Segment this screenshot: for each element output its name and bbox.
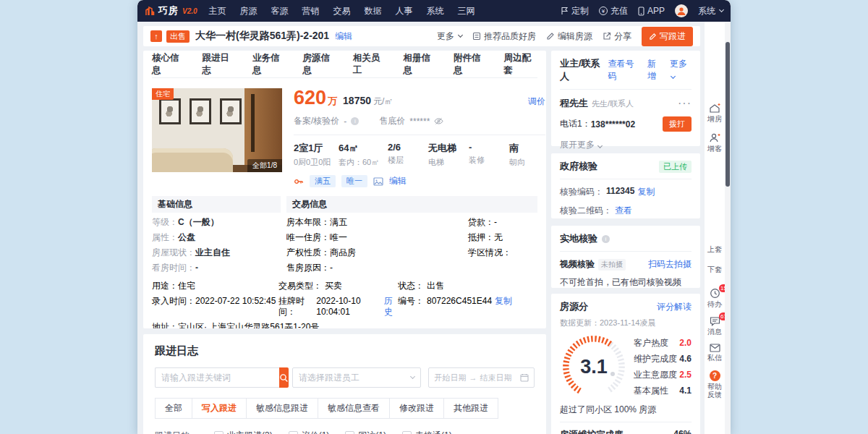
more-dropdown[interactable]: 更多 bbox=[437, 30, 462, 43]
rail-add-house[interactable]: 增房 bbox=[706, 103, 723, 123]
menu-marketing[interactable]: 营销 bbox=[302, 5, 320, 17]
rail-up-listing[interactable]: 上套 bbox=[706, 245, 723, 253]
futab-other[interactable]: 其他跟进 bbox=[443, 398, 498, 419]
gov-verify-card: 政府核验 已上传 核验编码： 112345 复制 核验二维码： 查看 bbox=[551, 153, 700, 218]
listing-code: 807226C451E44 bbox=[427, 296, 492, 318]
spec-elevator: 无电梯电梯 bbox=[428, 142, 469, 168]
expand-more-link[interactable]: 展开更多 bbox=[560, 139, 692, 151]
menu-data[interactable]: 数据 bbox=[365, 5, 382, 17]
edit-listing-button[interactable]: 编辑房源 bbox=[546, 30, 592, 43]
futab-all[interactable]: 全部 bbox=[155, 398, 192, 419]
menu-deals[interactable]: 交易 bbox=[333, 5, 351, 17]
purpose-label: 跟进目的： bbox=[155, 430, 198, 434]
user-avatar[interactable] bbox=[675, 4, 688, 17]
title-edit-link[interactable]: 编辑 bbox=[335, 30, 352, 43]
photo-art bbox=[152, 148, 233, 172]
rail-dm[interactable]: 私信 bbox=[706, 344, 723, 362]
scrollbar-thumb[interactable] bbox=[726, 42, 730, 187]
field-value: 商品房 bbox=[330, 247, 356, 258]
field-value: 满五 bbox=[330, 217, 347, 228]
write-followup-button[interactable]: 写跟进 bbox=[642, 27, 693, 46]
checkbox-owner-followup[interactable]: 业主跟进(3) bbox=[214, 430, 273, 434]
history-link[interactable]: 历史 bbox=[384, 296, 398, 318]
metric-value: 2.0 bbox=[679, 335, 692, 351]
menu-sanwang[interactable]: 三网 bbox=[458, 5, 475, 17]
call-button[interactable]: 拨打 bbox=[663, 116, 692, 132]
tab-surroundings[interactable]: 周边配套 bbox=[504, 52, 538, 77]
score-explain-link[interactable]: 评分解读 bbox=[657, 301, 692, 313]
system-dropdown[interactable]: 系统 bbox=[698, 5, 723, 17]
tab-business-info[interactable]: 业务信息 bbox=[252, 52, 286, 77]
staff-select[interactable]: 请选择跟进员工 bbox=[292, 367, 421, 388]
share-button[interactable]: 分享 bbox=[603, 30, 631, 43]
recharge-label: 充值 bbox=[610, 5, 628, 17]
futab-sensitive-view[interactable]: 敏感信息查看 bbox=[318, 398, 390, 419]
rail-down-listing[interactable]: 下套 bbox=[706, 265, 723, 273]
tab-album-info[interactable]: 相册信息 bbox=[404, 52, 438, 77]
system-label: 系统 bbox=[698, 5, 715, 17]
rail-add-client[interactable]: 增客 bbox=[706, 132, 723, 153]
eye-off-icon[interactable] bbox=[434, 117, 443, 125]
tab-listing-info[interactable]: 房源信息 bbox=[303, 52, 337, 77]
tab-related-staff[interactable]: 相关员工 bbox=[353, 52, 387, 77]
property-photo[interactable]: 住宅 全部1/8 bbox=[152, 88, 282, 172]
tab-core-info[interactable]: 核心信息 bbox=[152, 52, 186, 77]
menu-hr[interactable]: 人事 bbox=[396, 5, 413, 17]
top-arrow-badge[interactable]: ↑ bbox=[150, 30, 162, 42]
rail-messages[interactable]: 67 消息 bbox=[706, 316, 723, 336]
divider bbox=[560, 89, 692, 90]
menu-home[interactable]: 主页 bbox=[209, 5, 226, 17]
house-plus-icon bbox=[709, 103, 720, 114]
tab-followup-log[interactable]: 跟进日志 bbox=[203, 52, 237, 77]
field-value: 唯一 bbox=[330, 232, 347, 243]
add-contact-link[interactable]: 新增 bbox=[647, 58, 664, 82]
key-icon[interactable] bbox=[294, 176, 304, 187]
contact-ellipsis-button[interactable]: ··· bbox=[678, 97, 692, 110]
futab-sensitive-follow[interactable]: 敏感信息跟进 bbox=[246, 398, 318, 419]
field-label: 房屋现状： bbox=[152, 247, 195, 258]
futab-write[interactable]: 写入跟进 bbox=[192, 398, 247, 419]
menu-system[interactable]: 系统 bbox=[427, 5, 444, 17]
envelope-icon bbox=[710, 344, 720, 352]
customize-button[interactable]: 定制 bbox=[561, 5, 589, 17]
field-value: - bbox=[494, 217, 497, 228]
rail-help-feedback[interactable]: ? 帮助反馈 bbox=[706, 370, 723, 399]
side-column: 业主/联系人 查看号码 新增 更多 程先生 先生/联系人 ··· bbox=[551, 51, 700, 434]
field-value: 出售 bbox=[427, 281, 444, 292]
photo-type-badge: 住宅 bbox=[152, 88, 174, 100]
view-qr-link[interactable]: 查看 bbox=[615, 205, 632, 217]
image-icon[interactable] bbox=[373, 177, 383, 186]
address-value: 宝山区· 上海宝山华灵路561弄1-20号 bbox=[178, 322, 319, 328]
contact-more-link[interactable]: 更多 bbox=[670, 58, 692, 82]
scan-to-film-link[interactable]: 扫码去拍摄 bbox=[648, 258, 692, 271]
menu-listings[interactable]: 房源 bbox=[240, 5, 258, 17]
checkbox-revisit[interactable]: 回访(1) bbox=[345, 430, 386, 434]
futab-modify[interactable]: 修改跟进 bbox=[389, 398, 444, 419]
field-value: 买卖 bbox=[325, 281, 342, 292]
brand-logo[interactable]: 巧房 V2.0 bbox=[145, 4, 197, 17]
menu-clients[interactable]: 客源 bbox=[271, 5, 289, 17]
recommend-button[interactable]: 推荐品质好房 bbox=[472, 30, 536, 43]
checkbox-no-answer[interactable]: 未接通(1) bbox=[402, 430, 452, 434]
copy-verify-code-link[interactable]: 复制 bbox=[637, 186, 655, 198]
recharge-button[interactable]: ¥ 充值 bbox=[599, 5, 628, 17]
followup-search-input[interactable] bbox=[155, 367, 279, 388]
tab-attachment-info[interactable]: 附件信息 bbox=[454, 52, 488, 77]
field-label: 房本年限： bbox=[286, 217, 330, 228]
date-range-picker[interactable]: 开始日期 → 结束日期 bbox=[428, 367, 535, 388]
search-button[interactable] bbox=[279, 367, 289, 388]
divider bbox=[560, 422, 692, 422]
photo-counter[interactable]: 全部1/8 bbox=[247, 159, 282, 172]
basic-info-section: 基础信息 等级：C（一般） 属性：公盘 房屋现状：业主自住 看房时间：- bbox=[152, 196, 281, 273]
window-scrollbar[interactable] bbox=[725, 22, 731, 434]
rail-todo[interactable]: 15 待办 bbox=[706, 288, 723, 308]
score-value: 3.1 bbox=[560, 333, 628, 401]
info-icon[interactable]: i bbox=[351, 117, 359, 125]
view-number-link[interactable]: 查看号码 bbox=[608, 58, 642, 82]
app-button[interactable]: APP bbox=[638, 6, 665, 16]
copy-code-link[interactable]: 复制 bbox=[495, 296, 512, 318]
info-icon[interactable]: i bbox=[602, 235, 610, 243]
adjust-price-link[interactable]: 调价 bbox=[528, 95, 545, 108]
tags-edit-link[interactable]: 编辑 bbox=[389, 175, 407, 187]
checkbox-bargain[interactable]: 议价(1) bbox=[289, 430, 330, 434]
